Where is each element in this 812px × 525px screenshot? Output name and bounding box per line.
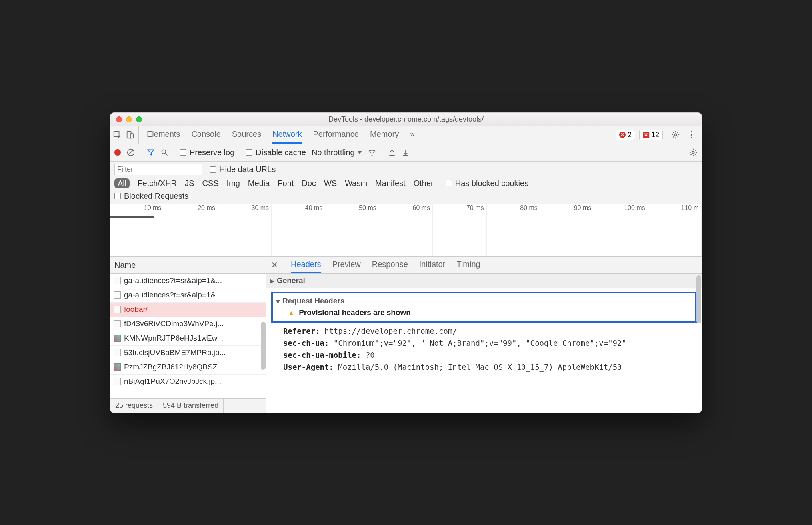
detail-tab-preview[interactable]: Preview (332, 257, 361, 273)
checkbox-icon (446, 180, 452, 186)
network-conditions-icon[interactable] (368, 148, 376, 157)
detail-tab-initiator[interactable]: Initiator (419, 257, 446, 273)
request-list-header[interactable]: Name (110, 257, 266, 274)
type-chip-wasm[interactable]: Wasm (345, 179, 367, 188)
clear-icon[interactable] (126, 148, 135, 157)
svg-line-7 (166, 154, 168, 156)
request-row[interactable]: 53IuclsjUVBaBME7MPRb.jp... (110, 346, 266, 360)
request-row[interactable]: nBjAqf1PuX7O2nvJbJck.jp... (110, 375, 266, 389)
window-title: DevTools - developer.chrome.com/tags/dev… (110, 115, 702, 124)
scrollbar-thumb[interactable] (261, 322, 266, 370)
detail-tab-timing[interactable]: Timing (456, 257, 480, 273)
preserve-log-checkbox[interactable]: Preserve log (180, 148, 234, 157)
type-chip-media[interactable]: Media (248, 179, 270, 188)
hide-data-urls-checkbox[interactable]: Hide data URLs (210, 165, 276, 174)
svg-line-5 (128, 150, 134, 155)
tab-sources[interactable]: Sources (232, 126, 261, 144)
waterfall-overview[interactable]: 10 ms 20 ms 30 ms 40 ms 50 ms 60 ms 70 m… (110, 204, 702, 256)
filter-input[interactable] (114, 164, 202, 175)
type-chip-js[interactable]: JS (185, 179, 194, 188)
tab-elements[interactable]: Elements (147, 126, 180, 144)
import-har-icon[interactable] (388, 148, 396, 156)
file-icon (114, 320, 121, 327)
svg-rect-2 (130, 134, 133, 138)
request-row[interactable]: ga-audiences?t=sr&aip=1&... (110, 288, 266, 303)
minimize-window-button[interactable] (126, 116, 132, 122)
file-icon (114, 306, 121, 313)
tabs-overflow[interactable]: » (410, 126, 414, 144)
summary-transferred: 594 B transferred (158, 399, 224, 413)
blocked-requests-checkbox[interactable]: Blocked Requests (114, 192, 188, 201)
error-count-pill[interactable]: ✕ 2 (616, 130, 635, 140)
type-chip-font[interactable]: Font (278, 179, 294, 188)
file-icon (114, 349, 121, 356)
error-icon: ✕ (619, 132, 626, 138)
record-button[interactable] (114, 149, 121, 156)
error-count: 2 (628, 131, 632, 139)
tab-console[interactable]: Console (191, 126, 220, 144)
request-headers-section-header[interactable]: Request Headers (276, 296, 692, 307)
checkbox-icon (114, 193, 121, 199)
request-row[interactable]: PzmJZBgZBJ612Hy8QBSZ... (110, 360, 266, 375)
type-chip-doc[interactable]: Doc (302, 179, 316, 188)
detail-tab-response[interactable]: Response (372, 257, 408, 273)
settings-icon[interactable] (671, 130, 680, 139)
file-icon (114, 291, 121, 299)
type-chip-fetchxhr[interactable]: Fetch/XHR (138, 179, 177, 188)
svg-point-3 (674, 134, 677, 136)
svg-point-6 (162, 150, 166, 154)
header-row: sec-ch-ua: "Chromium";v="92", " Not A;Br… (271, 337, 697, 349)
issues-icon: ✕ (643, 132, 649, 138)
traffic-lights (116, 116, 142, 122)
svg-point-8 (371, 155, 372, 156)
detail-body[interactable]: General Request Headers ▲ Provisional he… (266, 274, 702, 413)
scrollbar-thumb[interactable] (696, 275, 701, 323)
file-icon (114, 378, 121, 385)
export-har-icon[interactable] (402, 148, 410, 156)
warning-icon: ▲ (288, 309, 294, 316)
inspect-controls (113, 126, 139, 144)
network-settings-icon[interactable] (689, 148, 698, 157)
image-thumb-icon (114, 363, 121, 371)
request-summary: 25 requests 594 B transferred (110, 398, 266, 413)
request-row-selected[interactable]: foobar/ (110, 303, 266, 317)
zoom-window-button[interactable] (136, 116, 142, 122)
network-split: Name ga-audiences?t=sr&aip=1&... ga-audi… (110, 256, 702, 413)
general-section-header[interactable]: General (266, 274, 702, 288)
search-icon[interactable] (160, 148, 168, 156)
image-thumb-icon (114, 335, 121, 342)
more-menu-icon[interactable]: ⋮ (684, 130, 699, 140)
request-list[interactable]: ga-audiences?t=sr&aip=1&... ga-audiences… (110, 274, 266, 398)
close-detail-icon[interactable]: ✕ (271, 260, 278, 270)
file-icon (114, 277, 121, 284)
checkbox-icon (246, 149, 252, 156)
type-chip-manifest[interactable]: Manifest (375, 179, 406, 188)
checkbox-icon (210, 166, 216, 173)
inspect-element-icon[interactable] (113, 130, 122, 139)
type-chip-css[interactable]: CSS (202, 179, 218, 188)
tab-memory[interactable]: Memory (370, 126, 399, 144)
close-window-button[interactable] (116, 116, 122, 122)
provisional-warning: ▲ Provisional headers are shown (276, 307, 692, 319)
type-chip-ws[interactable]: WS (324, 179, 337, 188)
checkbox-icon (180, 149, 186, 156)
device-toolbar-icon[interactable] (126, 130, 134, 139)
issues-count-pill[interactable]: ✕ 12 (639, 130, 663, 140)
header-row: sec-ch-ua-mobile: ?0 (271, 349, 697, 361)
main-tabs: Elements Console Sources Network Perform… (139, 126, 616, 144)
disable-cache-checkbox[interactable]: Disable cache (246, 148, 306, 157)
request-row[interactable]: fD43v6RiVCDlmo3WhVPe.j... (110, 317, 266, 331)
type-chip-img[interactable]: Img (227, 179, 240, 188)
request-row[interactable]: KMNWpnRJTP6eHJs1wEw... (110, 331, 266, 346)
type-chip-other[interactable]: Other (414, 179, 434, 188)
tab-performance[interactable]: Performance (313, 126, 359, 144)
summary-count: 25 requests (110, 399, 158, 413)
throttling-dropdown[interactable]: No throttling (312, 148, 362, 157)
request-row[interactable]: ga-audiences?t=sr&aip=1&... (110, 274, 266, 288)
filter-icon[interactable] (147, 148, 155, 156)
type-chip-all[interactable]: All (114, 178, 130, 188)
type-filters: All Fetch/XHR JS CSS Img Media Font Doc … (114, 178, 698, 188)
detail-tab-headers[interactable]: Headers (291, 257, 321, 273)
tab-network[interactable]: Network (272, 126, 302, 144)
has-blocked-cookies-checkbox[interactable]: Has blocked cookies (446, 179, 528, 188)
